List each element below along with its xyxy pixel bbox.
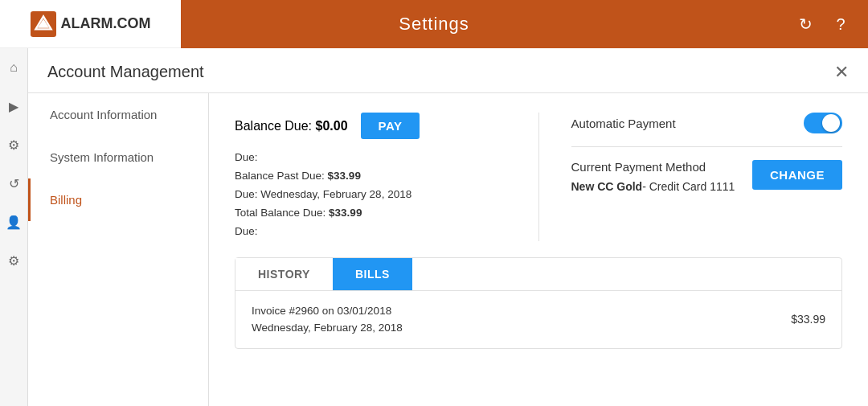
refresh-icon[interactable]: ↻	[794, 13, 817, 35]
tabs-section: HISTORY BILLS Invoice #2960 on 03/01/201…	[235, 257, 842, 349]
balance-section: Balance Due: $0.00 PAY Due: Balance Past…	[235, 113, 506, 241]
alarm-logo-icon	[31, 11, 56, 37]
help-icon[interactable]: ?	[829, 13, 852, 35]
top-bar: ALARM.COM Settings ↻ ?	[0, 0, 868, 48]
icon-sidebar: ⌂ ▶ ⚙ ↺ 👤 ⚙	[0, 48, 28, 406]
camera-icon[interactable]: ▶	[2, 95, 25, 117]
sidebar-item-billing[interactable]: Billing	[28, 178, 208, 221]
billing-content: Balance Due: $0.00 PAY Due: Balance Past…	[209, 93, 868, 406]
sidebar-item-system-information[interactable]: System Information	[28, 136, 208, 178]
change-button[interactable]: CHANGE	[752, 160, 842, 190]
billing-top-section: Balance Due: $0.00 PAY Due: Balance Past…	[235, 113, 842, 241]
payment-method-info: Current Payment Method New CC Gold- Cred…	[571, 160, 735, 193]
invoice-line1: Invoice #2960 on 03/01/2018	[252, 302, 403, 320]
balance-row: Balance Due: $0.00 PAY	[235, 113, 506, 139]
settings-icon[interactable]: ⚙	[2, 133, 25, 156]
history-tab[interactable]: HISTORY	[235, 258, 333, 290]
modal-header: Account Management ✕	[28, 48, 868, 93]
users-icon[interactable]: 👤	[2, 211, 25, 233]
logo: ALARM.COM	[31, 11, 151, 37]
invoice-line2: Wednesday, February 28, 2018	[252, 319, 403, 337]
bills-tab[interactable]: BILLS	[333, 258, 412, 290]
payment-method-row: Current Payment Method New CC Gold- Cred…	[571, 160, 843, 193]
logo-text: ALARM.COM	[61, 15, 151, 32]
modal-body: Account Information System Information B…	[28, 93, 868, 406]
payment-section: Automatic Payment Current Payment Method…	[538, 113, 843, 241]
tab-content: Invoice #2960 on 03/01/2018 Wednesday, F…	[235, 291, 841, 348]
invoice-info: Invoice #2960 on 03/01/2018 Wednesday, F…	[252, 302, 403, 337]
home-icon[interactable]: ⌂	[2, 56, 25, 79]
nav-sidebar: Account Information System Information B…	[28, 93, 209, 406]
toggle-knob	[822, 114, 840, 132]
tabs-header: HISTORY BILLS	[235, 258, 841, 291]
auto-payment-toggle[interactable]	[804, 113, 842, 133]
past-due-label: Balance Past Due:	[235, 170, 325, 182]
top-bar-actions: ↻ ?	[794, 13, 852, 35]
account-management-modal: Account Management ✕ Account Information…	[28, 48, 868, 406]
automation-icon[interactable]: ↺	[2, 172, 25, 195]
page-title: Settings	[399, 14, 469, 35]
auto-payment-row: Automatic Payment	[571, 113, 843, 147]
due-info: Due: Balance Past Due: $33.99 Due: Wedne…	[235, 149, 506, 241]
logo-area: ALARM.COM	[0, 0, 181, 48]
auto-payment-label: Automatic Payment	[571, 117, 676, 130]
invoice-row: Invoice #2960 on 03/01/2018 Wednesday, F…	[252, 302, 825, 337]
payment-method-label: Current Payment Method	[571, 160, 735, 174]
close-button[interactable]: ✕	[834, 64, 849, 81]
payment-method-detail: New CC Gold- Credit Card 1111	[571, 180, 735, 193]
invoice-amount: $33.99	[791, 313, 825, 326]
sidebar-item-account-information[interactable]: Account Information	[28, 93, 208, 136]
gear-icon[interactable]: ⚙	[2, 249, 25, 272]
modal-title: Account Management	[47, 63, 204, 81]
pay-button[interactable]: PAY	[361, 113, 420, 139]
balance-label: Balance Due: $0.00	[235, 119, 348, 133]
